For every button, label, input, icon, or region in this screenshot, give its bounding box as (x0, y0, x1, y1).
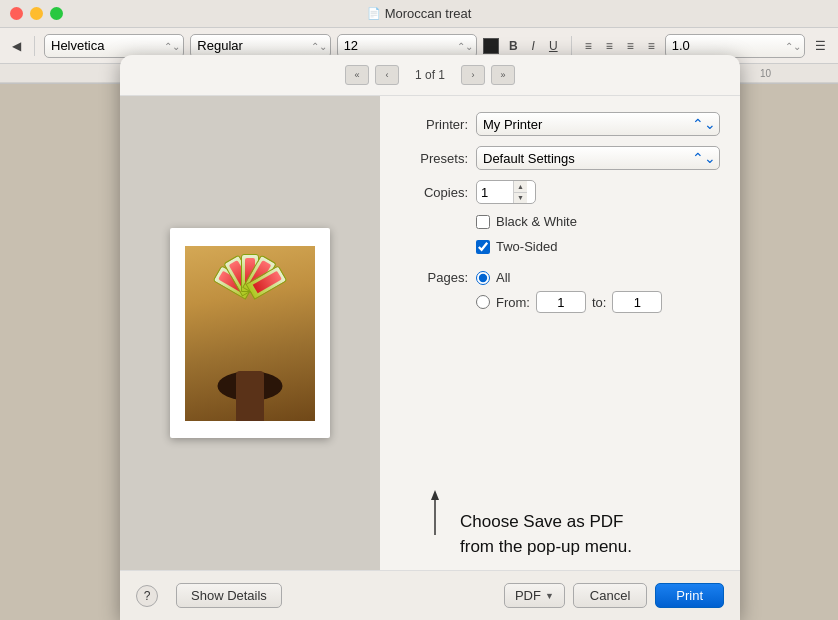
copies-label: Copies: (400, 185, 468, 200)
pages-from-radio[interactable] (476, 295, 490, 309)
black-white-checkbox[interactable] (476, 215, 490, 229)
pages-all-label: All (496, 270, 510, 285)
style-select[interactable]: Regular (190, 34, 330, 58)
pages-all-row: All (476, 270, 662, 285)
nav-last-button[interactable]: » (491, 65, 515, 85)
black-white-row: Black & White (476, 214, 720, 229)
printer-label: Printer: (400, 117, 468, 132)
list-button[interactable]: ☰ (811, 37, 830, 55)
close-button[interactable] (10, 7, 23, 20)
pages-from-label: From: (496, 295, 530, 310)
nav-first-button[interactable]: « (345, 65, 369, 85)
pages-radio-group: All From: to: (476, 270, 662, 313)
doc-icon: 📄 (367, 7, 381, 20)
align-center-button[interactable]: ≡ (602, 37, 617, 55)
two-sided-checkbox[interactable] (476, 240, 490, 254)
pages-to-label: to: (592, 295, 606, 310)
line-spacing-select[interactable]: 1.0 (665, 34, 805, 58)
nav-next-button[interactable]: › (461, 65, 485, 85)
size-select[interactable]: 12 (337, 34, 477, 58)
presets-label: Presets: (400, 151, 468, 166)
window-controls[interactable] (10, 7, 63, 20)
window-title: 📄 Moroccan treat (367, 6, 472, 21)
maximize-button[interactable] (50, 7, 63, 20)
pdf-button[interactable]: PDF ▼ (504, 583, 565, 608)
titlebar: 📄 Moroccan treat (0, 0, 838, 28)
copies-input-wrapper: ▲ ▼ (476, 180, 536, 204)
copies-stepper: ▲ ▼ (513, 181, 527, 203)
minimize-button[interactable] (30, 7, 43, 20)
pdf-label: PDF (515, 588, 541, 603)
pages-from-input[interactable] (536, 291, 586, 313)
title-text: Moroccan treat (385, 6, 472, 21)
settings-panel: Printer: My Printer ⌃⌄ Presets: Default … (380, 96, 740, 570)
underline-button[interactable]: U (545, 37, 562, 55)
pdf-arrow-icon: ▼ (545, 591, 554, 601)
pages-from-row: From: to: (476, 291, 662, 313)
toolbar-sep2 (571, 36, 572, 56)
two-sided-row: Two-Sided (476, 239, 720, 254)
dialog-nav: « ‹ 1 of 1 › » (120, 55, 740, 96)
pages-all-radio[interactable] (476, 271, 490, 285)
svg-text:10: 10 (760, 68, 772, 79)
copies-row: Copies: ▲ ▼ (400, 180, 720, 204)
two-sided-label: Two-Sided (496, 239, 557, 254)
pages-to-input[interactable] (612, 291, 662, 313)
printer-select[interactable]: My Printer (476, 112, 720, 136)
copies-increment-button[interactable]: ▲ (514, 181, 527, 193)
print-dialog: « ‹ 1 of 1 › » (120, 55, 740, 620)
show-details-button[interactable]: Show Details (176, 583, 282, 608)
color-swatch[interactable] (483, 38, 499, 54)
italic-button[interactable]: I (528, 37, 539, 55)
align-right-button[interactable]: ≡ (623, 37, 638, 55)
page-indicator: 1 of 1 (405, 68, 455, 82)
black-white-label: Black & White (496, 214, 577, 229)
cancel-button[interactable]: Cancel (573, 583, 647, 608)
nav-prev-button[interactable]: ‹ (375, 65, 399, 85)
preview-panel (120, 96, 380, 570)
copies-decrement-button[interactable]: ▼ (514, 193, 527, 204)
preview-image (185, 246, 315, 421)
font-select[interactable]: Helvetica (44, 34, 184, 58)
printer-row: Printer: My Printer ⌃⌄ (400, 112, 720, 136)
justify-button[interactable]: ≡ (644, 37, 659, 55)
print-button[interactable]: Print (655, 583, 724, 608)
help-button[interactable]: ? (136, 585, 158, 607)
preview-page (170, 228, 330, 438)
presets-select[interactable]: Default Settings (476, 146, 720, 170)
copies-input[interactable] (477, 181, 513, 203)
pages-row: Pages: All From: to: (400, 270, 720, 313)
toolbar-separator (34, 36, 35, 56)
bold-button[interactable]: B (505, 37, 522, 55)
align-left-button[interactable]: ≡ (581, 37, 596, 55)
dialog-footer: ? Show Details PDF ▼ Cancel Print (120, 570, 740, 620)
dialog-body: Printer: My Printer ⌃⌄ Presets: Default … (120, 96, 740, 570)
presets-row: Presets: Default Settings ⌃⌄ (400, 146, 720, 170)
toolbar-nav[interactable]: ◀ (8, 37, 25, 55)
pages-label: Pages: (400, 270, 468, 285)
